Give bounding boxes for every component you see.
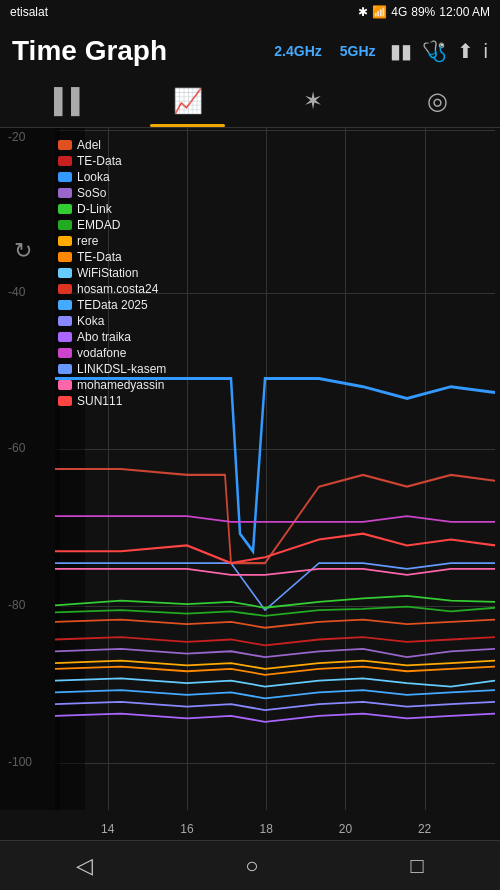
freq-2g-button[interactable]: 2.4GHz xyxy=(270,41,325,61)
line-wifistation xyxy=(55,678,495,686)
carrier-label: etisalat xyxy=(10,5,48,19)
line-chart-icon: 📈 xyxy=(173,87,203,115)
line-linkdsl xyxy=(55,563,495,610)
graph-svg xyxy=(55,128,495,810)
recent-button[interactable]: □ xyxy=(391,845,444,887)
line-tedata xyxy=(55,637,495,645)
export-icon[interactable]: ⬆ xyxy=(457,39,474,63)
battery-label: 89% xyxy=(411,5,435,19)
line-vodafone xyxy=(55,516,495,522)
x-label-16: 16 xyxy=(180,822,193,836)
radar-icon: ◎ xyxy=(427,87,448,115)
signal-label: 4G xyxy=(391,5,407,19)
back-button[interactable]: ◁ xyxy=(56,845,113,887)
time-label: 12:00 AM xyxy=(439,5,490,19)
refresh-icon[interactable]: ↻ xyxy=(14,238,32,264)
freq-5g-button[interactable]: 5GHz xyxy=(336,41,380,61)
home-button[interactable]: ○ xyxy=(225,845,278,887)
tab-line-chart[interactable]: 📈 xyxy=(125,78,250,127)
status-right: ✱ 📶 4G 89% 12:00 AM xyxy=(358,5,490,19)
nav-bar: ◁ ○ □ xyxy=(0,840,500,890)
line-koka xyxy=(55,702,495,710)
line-soso xyxy=(55,649,495,657)
tab-radar[interactable]: ◎ xyxy=(375,78,500,127)
x-label-14: 14 xyxy=(101,822,114,836)
info-icon[interactable]: i xyxy=(484,40,488,63)
page-title: Time Graph xyxy=(12,37,260,65)
line-adel xyxy=(55,620,495,628)
bar-chart-icon: ▐▐ xyxy=(45,87,79,115)
health-icon[interactable]: 🩺 xyxy=(422,39,447,63)
line-tedata2025 xyxy=(55,690,495,698)
bluetooth-icon: ✱ xyxy=(358,5,368,19)
x-label-22: 22 xyxy=(418,822,431,836)
pause-icon[interactable]: ▮▮ xyxy=(390,39,412,63)
dark-band-mid xyxy=(0,128,60,810)
line-looka xyxy=(55,378,495,551)
header: Time Graph 2.4GHz 5GHz ▮▮ 🩺 ⬆ i xyxy=(0,24,500,78)
header-icons: ▮▮ 🩺 ⬆ i xyxy=(390,39,488,63)
wifi-icon: 📶 xyxy=(372,5,387,19)
tab-bar: ▐▐ 📈 ✶ ◎ xyxy=(0,78,500,128)
chart-area: -20 -40 -60 -80 -100 14 16 18 20 22 ↻ Ad… xyxy=(0,128,500,840)
line-rere xyxy=(55,661,495,669)
tab-bar-chart[interactable]: ▐▐ xyxy=(0,78,125,127)
x-label-18: 18 xyxy=(260,822,273,836)
status-bar: etisalat ✱ 📶 4G 89% 12:00 AM xyxy=(0,0,500,24)
tab-star[interactable]: ✶ xyxy=(250,78,375,127)
x-label-20: 20 xyxy=(339,822,352,836)
line-mohamedyassin xyxy=(55,569,495,575)
star-icon: ✶ xyxy=(303,87,323,115)
line-emdad xyxy=(55,607,495,616)
line-abotraika xyxy=(55,714,495,722)
